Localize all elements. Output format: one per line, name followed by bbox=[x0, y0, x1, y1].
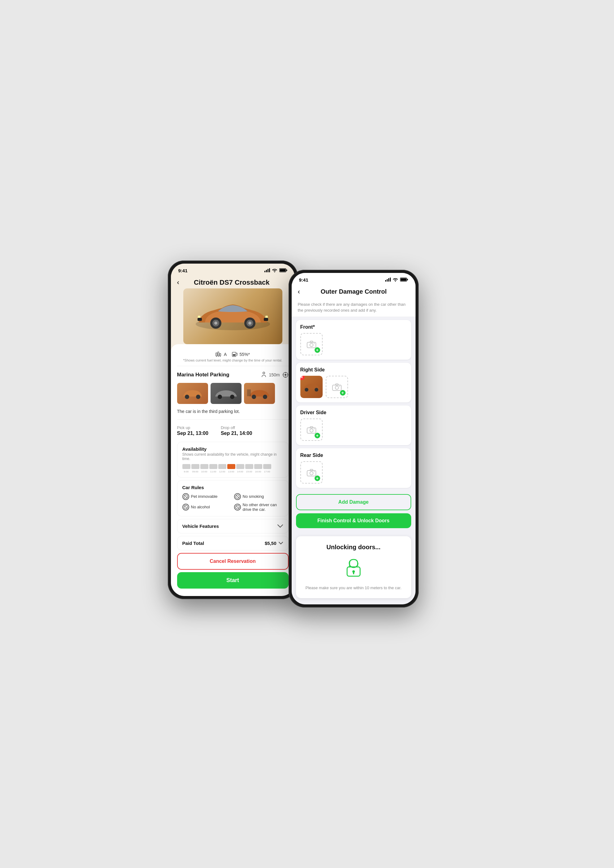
left-header: ‹ Citroën DS7 Crossback bbox=[171, 275, 295, 289]
dropoff-label: Drop off bbox=[221, 425, 252, 430]
slot-4 bbox=[218, 464, 226, 469]
add-damage-button[interactable]: Add Damage bbox=[296, 494, 411, 510]
outer-damage-title: Outer Damage Control bbox=[305, 288, 403, 295]
rear-side-add-photo[interactable]: + bbox=[300, 461, 323, 484]
status-bar-right: 9:41 bbox=[291, 273, 416, 285]
right-side-photo: × bbox=[300, 376, 323, 398]
driver-side-add-photo[interactable]: + bbox=[300, 419, 323, 441]
rule-smoking-icon bbox=[234, 493, 241, 500]
right-side-title: Right Side bbox=[300, 367, 407, 373]
navigation-icon bbox=[282, 372, 288, 378]
finish-control-button[interactable]: Finish Control & Unlock Doors bbox=[296, 513, 411, 528]
svg-rect-19 bbox=[218, 352, 219, 356]
location-row: Marina Hotel Parking 150m bbox=[177, 369, 288, 380]
avail-subtitle: Shows current availability for the vehic… bbox=[182, 452, 283, 461]
slot-6 bbox=[236, 464, 244, 469]
left-content: A 55%* *Shows current fuel level, might … bbox=[171, 344, 295, 596]
svg-rect-53 bbox=[400, 278, 406, 281]
svg-point-58 bbox=[314, 343, 315, 344]
dates-row: Pick up Sep 21, 13:00 Drop off Sep 21, 1… bbox=[177, 423, 288, 439]
car-image bbox=[183, 289, 282, 344]
driver-side-photo-area: + bbox=[300, 419, 407, 441]
pickup-label: Pick up bbox=[177, 425, 208, 430]
right-side-add-photo[interactable]: + bbox=[326, 376, 348, 398]
right-phone: 9:41 ‹ Outer Damage Control bbox=[288, 270, 419, 608]
svg-rect-18 bbox=[216, 353, 217, 356]
divider-1 bbox=[177, 366, 288, 366]
right-side-add-circle: + bbox=[340, 390, 346, 396]
distance-label: 150m bbox=[269, 373, 280, 377]
slot-3 bbox=[209, 464, 217, 469]
svg-rect-67 bbox=[310, 427, 313, 428]
start-button[interactable]: Start bbox=[177, 572, 288, 589]
time-right: 9:41 bbox=[299, 277, 309, 283]
fuel-row: A 55%* bbox=[177, 349, 288, 359]
avail-label-0: 8:00 bbox=[182, 470, 191, 473]
svg-rect-49 bbox=[387, 279, 388, 282]
rule-alcohol-icon bbox=[182, 504, 189, 511]
svg-point-34 bbox=[196, 394, 200, 399]
car-rules-title: Car Rules bbox=[182, 485, 283, 490]
svg-point-72 bbox=[314, 471, 315, 472]
chevron-down-small-icon bbox=[278, 542, 283, 545]
lock-icon-container bbox=[302, 557, 405, 579]
signal-icon-right bbox=[385, 277, 391, 283]
svg-point-66 bbox=[310, 429, 313, 432]
svg-rect-48 bbox=[385, 280, 386, 282]
rule-smoking-label: No smoking bbox=[243, 494, 264, 499]
svg-point-13 bbox=[248, 321, 251, 325]
svg-rect-54 bbox=[407, 279, 408, 280]
rule-driver-label: No other driver can drive the car. bbox=[243, 503, 283, 512]
vehicle-features-row[interactable]: Vehicle Features bbox=[177, 519, 288, 533]
rear-side-add-circle: + bbox=[315, 475, 320, 481]
car-rules-section: Car Rules Pet immovable No s bbox=[177, 480, 288, 516]
rule-alcohol-label: No alcohol bbox=[191, 505, 210, 509]
cancel-reservation-button[interactable]: Cancel Reservation bbox=[177, 553, 288, 570]
avail-label-8: 16:00 bbox=[254, 470, 262, 473]
svg-point-35 bbox=[218, 394, 222, 399]
wifi-icon bbox=[272, 268, 278, 273]
divider-2 bbox=[177, 419, 288, 420]
svg-rect-0 bbox=[264, 271, 265, 272]
status-bar-left: 9:41 bbox=[171, 264, 295, 275]
back-button-left[interactable]: ‹ bbox=[177, 278, 179, 287]
paid-label: Paid Total bbox=[182, 540, 205, 546]
pickup-value: Sep 21, 13:00 bbox=[177, 430, 208, 436]
paid-value: $5,50 bbox=[265, 540, 283, 546]
svg-point-38 bbox=[263, 394, 267, 399]
svg-rect-16 bbox=[264, 318, 268, 321]
rule-smoking: No smoking bbox=[234, 493, 283, 500]
pickup-item: Pick up Sep 21, 13:00 bbox=[177, 425, 208, 436]
left-phone-screen: 9:41 ‹ Citroën DS7 Crossback bbox=[171, 264, 295, 596]
avail-label-7: 15:00 bbox=[245, 470, 253, 473]
svg-line-43 bbox=[236, 495, 239, 498]
unlocking-note: Please make sure you are within 10 meter… bbox=[302, 585, 405, 591]
rule-driver: No other driver can drive the car. bbox=[234, 503, 283, 512]
photo-thumb-3 bbox=[244, 383, 275, 404]
signal-icon bbox=[264, 268, 270, 273]
app-scene: 9:41 ‹ Citroën DS7 Crossback bbox=[168, 261, 447, 608]
status-icons-left bbox=[264, 268, 287, 273]
svg-rect-57 bbox=[310, 341, 313, 342]
camera-icon-driver-side bbox=[307, 425, 316, 434]
svg-rect-3 bbox=[269, 268, 270, 272]
paid-total-row: Paid Total $5,50 bbox=[177, 536, 288, 550]
back-button-right[interactable]: ‹ bbox=[298, 288, 300, 296]
right-bottom: Add Damage Finish Control & Unlock Doors bbox=[291, 491, 416, 533]
svg-line-45 bbox=[185, 506, 187, 508]
front-add-photo[interactable]: + bbox=[300, 333, 323, 355]
location-title: Marina Hotel Parking bbox=[177, 372, 229, 378]
camera-icon-front bbox=[307, 340, 316, 348]
svg-point-60 bbox=[315, 388, 318, 391]
svg-point-28 bbox=[285, 374, 287, 376]
slot-7 bbox=[245, 464, 253, 469]
svg-point-10 bbox=[214, 321, 217, 325]
battery-icon bbox=[279, 268, 287, 273]
svg-rect-5 bbox=[280, 269, 285, 271]
rule-alcohol: No alcohol bbox=[182, 503, 232, 512]
avail-label-9: 17:00 bbox=[263, 470, 271, 473]
car-image-area bbox=[171, 289, 295, 347]
rules-grid: Pet immovable No smoking N bbox=[182, 493, 283, 512]
battery-icon-right bbox=[400, 277, 408, 283]
svg-point-33 bbox=[185, 394, 189, 399]
